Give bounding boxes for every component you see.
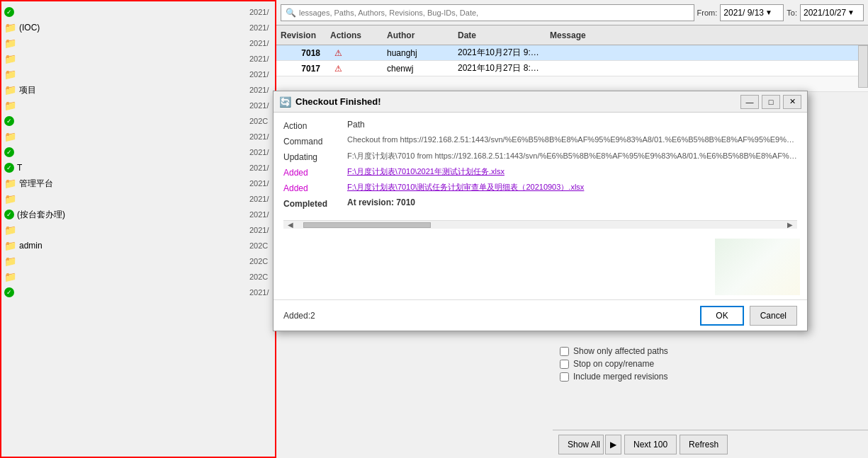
col-header-date[interactable]: Date [453, 30, 546, 40]
list-item[interactable]: 📁 2021/ [1, 129, 275, 144]
maximize-button[interactable]: □ [762, 95, 780, 109]
list-item[interactable]: 📁 202C [1, 253, 275, 269]
modal-body: Action Path Command Checkout from https:… [274, 113, 807, 236]
search-icon: 🔍 [286, 8, 296, 18]
table-row[interactable]: 7017 ⚠ chenwj 2021年10月27日 8:34:12 [276, 61, 868, 76]
log-table-header: Revision Actions Author Date Message [276, 25, 868, 45]
to-label: To: [787, 8, 797, 17]
list-item[interactable]: 📁 2021/ [1, 67, 275, 82]
show-all-expand-button[interactable]: ▶ [605, 435, 621, 454]
list-item[interactable]: 📁 admin 202C [1, 238, 275, 253]
chevron-down-icon: ▼ [847, 8, 855, 16]
list-item[interactable]: ✓ 2021/ [1, 4, 275, 20]
list-item[interactable]: 📁 (IOC) 2021/ [1, 20, 275, 35]
folder-icon: 📁 [4, 271, 16, 282]
chevron-down-icon: ▼ [765, 8, 772, 16]
include-merged-label: Include merged revisions [573, 372, 667, 382]
list-item[interactable]: 📁 2021/ [1, 35, 275, 51]
modal-cancel-button[interactable]: Cancel [750, 306, 797, 326]
show-only-affected-row: Show only affected paths [560, 346, 868, 356]
next-100-button[interactable]: Next 100 [624, 435, 677, 454]
list-item[interactable]: 📁 2021/ [1, 51, 275, 67]
table-row[interactable]: 7018 ⚠ huanghj 2021年10月27日 9:17:25 [276, 45, 868, 61]
action-cell: ⚠ [326, 48, 383, 58]
close-button[interactable]: ✕ [783, 95, 801, 109]
completed-value: At revision: 7010 [347, 197, 797, 209]
list-item[interactable]: 📁 2021/ [1, 222, 275, 238]
list-item[interactable]: 📁 2021/ [1, 191, 275, 207]
list-item[interactable]: ✓ T 2021/ [1, 160, 275, 176]
list-item[interactable]: 📁 202C [1, 269, 275, 285]
col-header-author[interactable]: Author [383, 30, 453, 40]
list-item[interactable]: 📁 项目 2021/ [1, 82, 275, 98]
folder-icon: 📁 [4, 53, 16, 64]
list-item[interactable]: ✓ 202C [1, 113, 275, 129]
item-text: (按台套办理) [17, 209, 65, 221]
added1-label: Added [283, 166, 347, 178]
stop-on-copy-checkbox[interactable] [560, 360, 569, 369]
list-item[interactable]: 📁 管理平台 2021/ [1, 176, 275, 191]
refresh-button[interactable]: Refresh [680, 435, 728, 454]
item-text: 项目 [19, 84, 36, 96]
revision-cell: 7018 [276, 48, 326, 58]
folder-icon: 📁 [4, 240, 16, 251]
stop-on-copy-label: Stop on copy/rename [573, 359, 654, 369]
show-only-affected-checkbox[interactable] [560, 347, 569, 356]
status-icon-green: ✓ [4, 7, 14, 17]
added2-value[interactable]: F:\月度计划表\7010\测试任务计划审查单及明细表（20210903）.xl… [347, 182, 797, 193]
item-text: T [17, 163, 22, 173]
vertical-scrollbar[interactable] [858, 45, 868, 88]
folder-icon: 📁 [4, 224, 16, 236]
left-file-tree: ✓ 2021/ 📁 (IOC) 2021/ 📁 2021/ 📁 2021/ 📁 … [0, 0, 276, 458]
modal-title: Checkout Finished! [295, 96, 740, 107]
status-icon-green: ✓ [4, 116, 14, 126]
folder-icon: 📁 [4, 131, 16, 142]
show-all-button[interactable]: Show All [558, 435, 604, 454]
modal-grid: Action Path Command Checkout from https:… [283, 120, 797, 209]
show-all-wrapper: Show All ▶ [558, 435, 621, 454]
command-value: Checkout from https://192.168.2.51:1443/… [347, 135, 797, 147]
modal-ok-button[interactable]: OK [700, 306, 743, 326]
to-date-select[interactable]: 2021/10/27 ▼ [800, 4, 864, 21]
modal-window-controls: — □ ✕ [740, 95, 801, 109]
list-item[interactable]: ✓ 2021/ [1, 144, 275, 160]
folder-icon: 📁 [4, 193, 16, 205]
added2-label: Added [283, 182, 347, 193]
from-label: From: [697, 8, 718, 17]
scroll-right-arrow[interactable]: ▶ [784, 221, 796, 229]
folder-icon: 📁 [4, 84, 16, 96]
col-header-revision[interactable]: Revision [276, 30, 326, 40]
scroll-thumb[interactable] [303, 222, 431, 228]
folder-icon: 📁 [4, 100, 16, 111]
minimize-button[interactable]: — [740, 95, 759, 109]
date-range: From: 2021/ 9/13 ▼ To: 2021/10/27 ▼ [697, 4, 864, 21]
stop-on-copy-row: Stop on copy/rename [560, 359, 868, 369]
list-item[interactable]: ✓ (按台套办理) 2021/ [1, 207, 275, 222]
item-text: (IOC) [19, 23, 40, 33]
bottom-buttons-bar: Show All ▶ Next 100 Refresh OK [553, 430, 868, 458]
modal-titlebar: 🔄 Checkout Finished! — □ ✕ [274, 91, 807, 113]
col-header-actions: Actions [326, 30, 383, 40]
status-icon-green: ✓ [4, 210, 14, 219]
search-box[interactable]: 🔍 [281, 4, 694, 21]
search-input[interactable] [299, 8, 689, 17]
command-label: Command [283, 135, 347, 147]
list-item[interactable]: 📁 2021/ [1, 98, 275, 113]
scroll-left-arrow[interactable]: ◀ [285, 221, 296, 229]
modal-footer: Added:2 OK Cancel [274, 299, 807, 331]
from-date-select[interactable]: 2021/ 9/13 ▼ [720, 4, 784, 21]
revision-cell: 7017 [276, 64, 326, 74]
table-row[interactable] [276, 76, 868, 92]
watermark-image [715, 239, 800, 295]
checkout-icon: 🔄 [279, 96, 291, 108]
status-icon-green: ✓ [4, 147, 14, 157]
list-item[interactable]: ✓ 2021/ [1, 285, 275, 300]
include-merged-checkbox[interactable] [560, 372, 569, 382]
horizontal-scrollbar[interactable]: ◀ ▶ [283, 220, 797, 229]
added1-value[interactable]: F:\月度计划表\7010\2021年测试计划任务.xlsx [347, 166, 797, 178]
date-cell: 2021年10月27日 9:17:25 [453, 47, 546, 59]
folder-icon: 📁 [4, 256, 16, 267]
updating-label: Updating [283, 151, 347, 162]
col-header-message: Message [546, 30, 868, 40]
date-cell: 2021年10月27日 8:34:12 [453, 62, 546, 74]
